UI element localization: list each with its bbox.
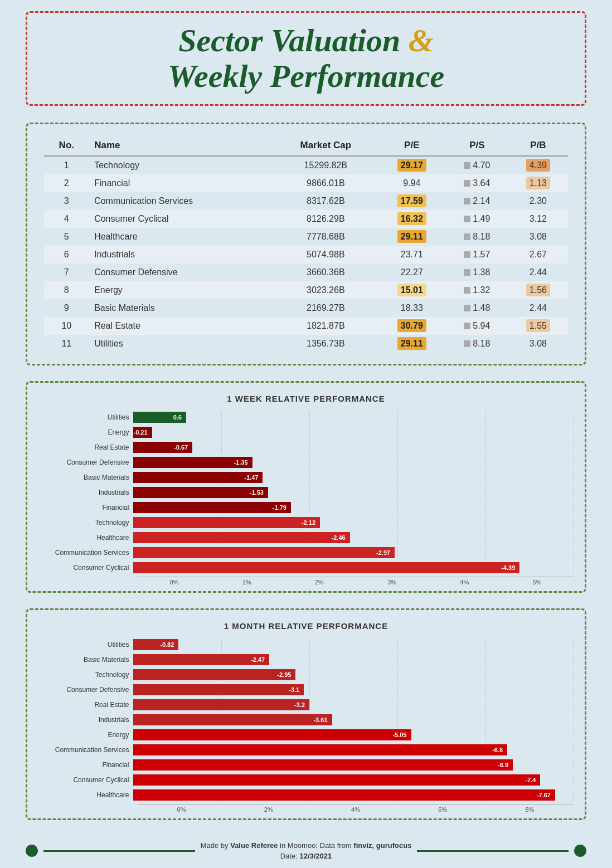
bar-area: -7.67 [133, 789, 573, 801]
cell-pe: 18.33 [378, 299, 445, 317]
cell-no: 7 [44, 264, 89, 281]
cell-ps: 1.32 [445, 281, 508, 299]
title-text2: Weekly Performance [168, 58, 445, 94]
bar-fill: -6.9 [133, 759, 513, 771]
x-tick: 5% [501, 577, 573, 586]
bar-area: -2.95 [133, 669, 573, 681]
cell-pb: 2.44 [508, 264, 567, 281]
bar-label: Technology [38, 519, 133, 526]
bar-area: -3.61 [133, 714, 573, 726]
cell-market-cap: 9866.01B [273, 174, 378, 192]
cell-pe: 15.01 [378, 281, 445, 299]
cell-pe: 29.11 [378, 335, 445, 353]
bar-area: -3.2 [133, 699, 573, 711]
bar-area: -1.35 [133, 456, 573, 469]
bar-fill: -1.79 [133, 502, 290, 513]
bar-value-label: -3.2 [292, 701, 307, 708]
x-tick: 1% [211, 577, 283, 586]
cell-name: Utilities [89, 335, 273, 353]
bar-label: Energy [38, 428, 133, 436]
cell-name: Basic Materials [89, 299, 273, 317]
bar-fill: -1.35 [133, 457, 252, 468]
cell-name: Consumer Defensive [89, 264, 273, 281]
footer: Made by Value Referee in Moomoo; Data fr… [26, 840, 586, 862]
bar-area: -3.1 [133, 684, 573, 696]
table-row: 7 Consumer Defensive 3660.36B 22.27 1.38… [44, 264, 567, 281]
bar-value-label: -3.61 [311, 716, 329, 723]
cell-no: 6 [44, 246, 89, 264]
bar-value-label: -4.39 [499, 564, 517, 571]
bar-label: Consumer Defensive [38, 459, 133, 466]
cell-pb: 1.55 [508, 317, 567, 335]
chart2-section: 1 MONTH RELATIVE PERFORMANCE Utilities-0… [26, 608, 586, 820]
bar-row: Real Estate-3.2 [38, 699, 573, 711]
bar-fill: -3.61 [133, 714, 332, 725]
bar-value-label: -1.79 [270, 504, 289, 511]
bar-fill: -3.2 [133, 699, 309, 710]
bar-fill: -2.97 [133, 547, 395, 558]
x-tick: 6% [399, 804, 486, 813]
bar-value-label: -2.47 [249, 656, 267, 663]
bar-value-label: -6.8 [490, 747, 505, 753]
bar-area: -4.39 [133, 562, 573, 574]
footer-circle-left [26, 845, 38, 857]
bar-fill: 0.6 [133, 412, 186, 423]
bar-value-label: -1.35 [231, 459, 250, 466]
chart1-xaxis: 0%1%2%3%4%5% [138, 577, 573, 586]
bar-fill: -1.53 [133, 487, 268, 498]
cell-pb: 3.08 [508, 335, 567, 353]
bar-area: -1.53 [133, 486, 573, 499]
x-tick: 2% [225, 804, 312, 813]
bar-row: Technology-2.95 [38, 669, 573, 681]
bar-row: Utilities0.6 [38, 411, 573, 423]
bar-row: Financial-1.79 [38, 501, 573, 514]
bar-fill: -3.1 [133, 684, 304, 695]
bar-label: Basic Materials [38, 474, 133, 481]
x-tick: 3% [356, 577, 428, 586]
x-tick: 0% [138, 804, 225, 813]
bar-fill: -1.47 [133, 472, 263, 483]
bar-value-label: -1.53 [247, 489, 266, 496]
cell-pe: 16.32 [378, 210, 445, 228]
cell-pb: 2.67 [508, 246, 567, 264]
chart2-xaxis: 0%2%4%6%8% [138, 804, 573, 813]
bar-area: -1.47 [133, 471, 573, 484]
bar-area: 0.6 [133, 411, 573, 423]
bar-label: Healthcare [38, 534, 133, 542]
cell-ps: 8.18 [445, 228, 508, 246]
chart1-section: 1 WEEK RELATIVE PERFORMANCE Utilities0.6… [26, 381, 586, 593]
bar-row: Healthcare-7.67 [38, 789, 573, 801]
bar-row: Communication Services-2.97 [38, 547, 573, 559]
valuation-table: No. Name Market Cap P/E P/S P/B 1 Techno… [44, 135, 567, 353]
bar-area: -1.79 [133, 501, 573, 514]
cell-pe: 29.17 [378, 156, 445, 174]
chart1-bars: Utilities0.6Energy-0.21Real Estate-0.67C… [38, 411, 573, 574]
bar-label: Financial [38, 504, 133, 511]
cell-pe: 29.11 [378, 228, 445, 246]
bar-value-label: -2.95 [275, 671, 293, 678]
bar-label: Communication Services [38, 549, 133, 557]
chart2-bars: Utilities-0.82Basic Materials-2.47Techno… [38, 638, 573, 801]
bar-fill: -0.21 [133, 427, 152, 438]
bar-row: Industrials-3.61 [38, 714, 573, 726]
footer-bold2: finviz, gurufocus [353, 841, 411, 850]
cell-name: Energy [89, 281, 273, 299]
bar-fill: -2.12 [133, 517, 320, 528]
bar-area: -7.4 [133, 774, 573, 786]
cell-no: 1 [44, 156, 89, 174]
cell-pb: 3.12 [508, 210, 567, 228]
bar-fill: -0.82 [133, 639, 178, 650]
bar-fill: -2.95 [133, 669, 295, 680]
table-row: 8 Energy 3023.26B 15.01 1.32 1.56 [44, 281, 567, 299]
bar-area: -6.8 [133, 744, 573, 756]
cell-pe: 17.59 [378, 192, 445, 210]
col-ps: P/S [445, 135, 508, 156]
cell-pe: 22.27 [378, 264, 445, 281]
bar-row: Financial-6.9 [38, 759, 573, 771]
col-market-cap: Market Cap [273, 135, 378, 156]
cell-ps: 1.49 [445, 210, 508, 228]
cell-pb: 1.56 [508, 281, 567, 299]
bar-row: Utilities-0.82 [38, 638, 573, 651]
cell-ps: 1.38 [445, 264, 508, 281]
table-row: 3 Communication Services 8317.62B 17.59 … [44, 192, 567, 210]
